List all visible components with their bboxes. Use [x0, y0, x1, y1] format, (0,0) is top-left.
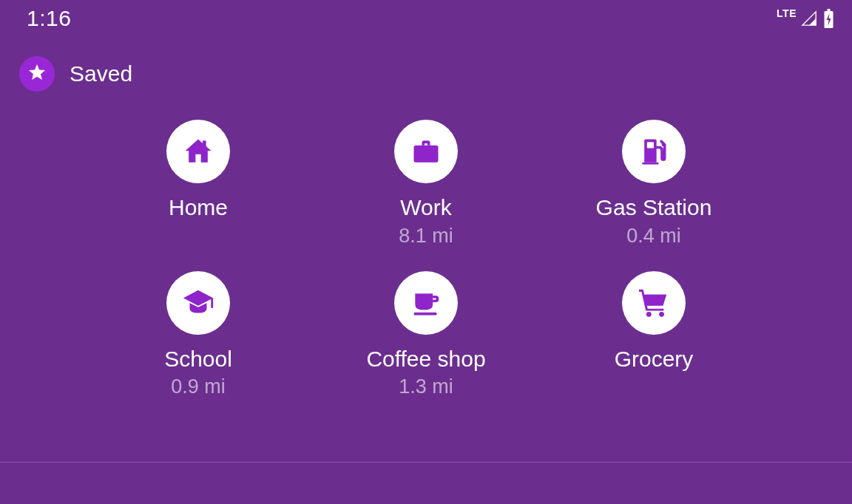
svg-point-6	[662, 143, 665, 146]
shopping-cart-icon	[622, 271, 686, 335]
star-badge	[19, 56, 55, 92]
signal-icon	[801, 10, 817, 27]
svg-rect-3	[414, 146, 439, 163]
tile-distance: 8.1 mi	[399, 223, 453, 249]
status-icons: LTE	[777, 9, 834, 28]
tile-label: Grocery	[615, 345, 694, 373]
network-type-label: LTE	[777, 7, 797, 19]
bottom-divider	[0, 462, 852, 463]
gas-pump-icon	[622, 120, 686, 183]
page-title: Saved	[70, 61, 132, 86]
tile-work[interactable]: Work 8.1 mi	[319, 120, 533, 249]
tile-label: Gas Station	[596, 194, 712, 222]
home-icon	[166, 120, 230, 183]
tile-grocery[interactable]: Grocery	[547, 271, 761, 401]
status-bar: 1:16 LTE	[0, 0, 852, 37]
svg-rect-4	[647, 142, 654, 148]
briefcase-icon	[394, 120, 458, 183]
tile-label: Coffee shop	[366, 345, 485, 373]
svg-rect-8	[414, 312, 437, 315]
battery-charging-icon	[823, 9, 834, 28]
tile-label: School	[164, 345, 232, 373]
star-icon	[27, 62, 47, 86]
status-time: 1:16	[27, 6, 71, 31]
coffee-icon	[394, 271, 458, 335]
tile-label: Work	[400, 194, 451, 222]
saved-grid-container: Home Work 8.1 mi	[0, 103, 852, 400]
svg-rect-0	[828, 9, 831, 11]
tile-distance: 1.3 mi	[399, 374, 453, 400]
tile-home[interactable]: Home	[91, 120, 305, 249]
tile-school[interactable]: School 0.9 mi	[91, 271, 305, 401]
svg-point-9	[646, 311, 652, 316]
saved-header: Saved	[0, 37, 852, 103]
saved-grid: Home Work 8.1 mi	[91, 120, 761, 400]
svg-rect-5	[642, 163, 658, 165]
svg-point-10	[659, 311, 664, 316]
svg-rect-7	[211, 298, 213, 307]
tile-distance: 0.4 mi	[626, 223, 681, 249]
graduation-cap-icon	[166, 271, 230, 335]
svg-rect-2	[203, 140, 206, 146]
tile-label: Home	[169, 194, 228, 222]
tile-distance: 0.9 mi	[171, 374, 226, 400]
tile-gas-station[interactable]: Gas Station 0.4 mi	[547, 120, 761, 249]
tile-coffee-shop[interactable]: Coffee shop 1.3 mi	[319, 271, 533, 401]
